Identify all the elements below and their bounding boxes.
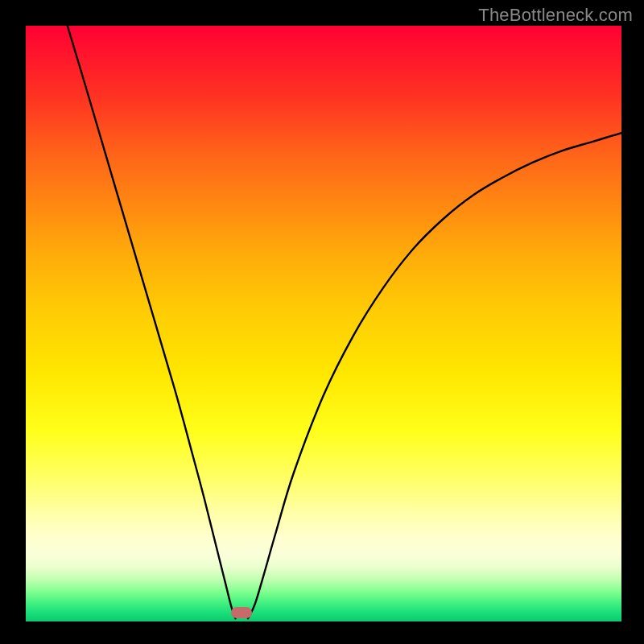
curve-right-branch [248, 133, 621, 618]
watermark-text: TheBottleneck.com [478, 5, 633, 26]
bottleneck-marker [231, 607, 252, 618]
curve-layer [26, 26, 621, 621]
plot-area [26, 26, 621, 621]
chart-frame: TheBottleneck.com [0, 0, 644, 644]
curve-left-branch [68, 26, 236, 618]
